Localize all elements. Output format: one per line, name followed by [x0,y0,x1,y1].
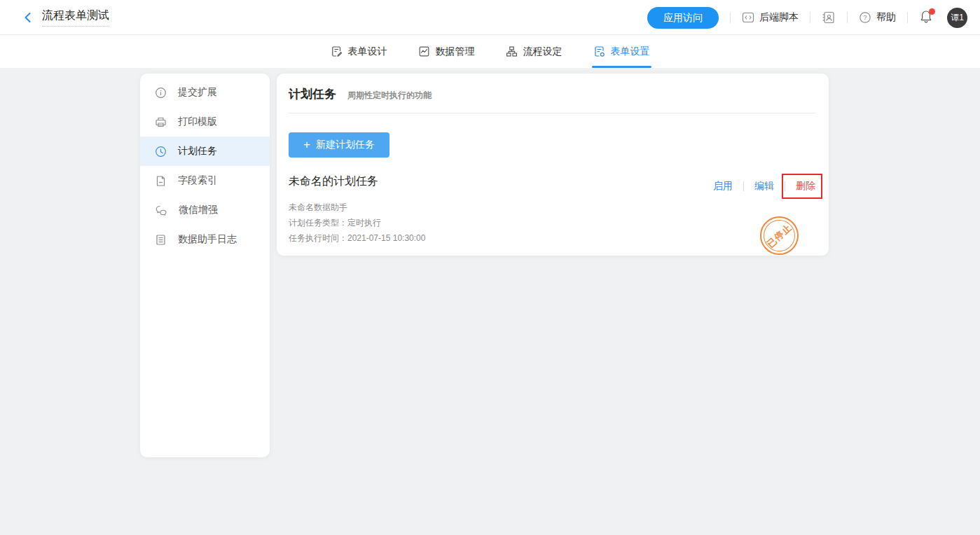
sidebar-item-data-assistant-log[interactable]: 数据助手日志 [140,225,270,254]
divider [743,181,744,191]
divider [785,181,785,191]
tab-form-design[interactable]: 表单设计 [329,35,389,68]
panel-title-row: 计划任务 周期性定时执行的功能 [289,74,815,102]
new-task-button-label: 新建计划任务 [316,139,375,151]
sidebar-item-wechat-enhance[interactable]: 微信增强 [140,195,270,225]
data-manage-icon [418,46,430,57]
sidebar-item-label: 字段索引 [178,174,217,187]
task-assistant: 未命名数据助手 [289,200,815,215]
backend-script-button[interactable]: 后端脚本 [742,11,799,24]
divider [810,12,810,23]
tab-label: 表单设置 [611,46,650,58]
wechat-icon [155,204,167,216]
plus-icon: + [303,138,310,152]
divider [289,113,815,113]
svg-text:?: ? [863,13,867,21]
code-icon [742,11,754,24]
content-area: 提交扩展 打印模版 计划任务 字段索引 [0,68,980,535]
backend-script-label: 后端脚本 [759,11,799,24]
task-type: 计划任务类型：定时执行 [289,215,815,230]
sidebar-item-label: 提交扩展 [178,86,217,99]
settings-sidebar: 提交扩展 打印模版 计划任务 字段索引 [140,74,270,457]
app-header: 流程表单测试 应用访问 后端脚本 [0,0,980,35]
sidebar-item-label: 微信增强 [179,204,218,216]
divider [907,12,908,23]
help-button[interactable]: ? 帮助 [859,11,896,24]
sidebar-item-submit-extension[interactable]: 提交扩展 [140,78,270,107]
tab-label: 数据管理 [436,46,475,58]
sidebar-item-scheduled-tasks[interactable]: 计划任务 [140,137,270,166]
page-title[interactable]: 流程表单测试 [42,8,109,27]
avatar[interactable]: 谭1 [947,8,967,28]
panel-subtitle: 周期性定时执行的功能 [347,90,432,102]
notifications-button[interactable] [919,9,934,26]
tab-form-settings[interactable]: 表单设置 [592,35,651,68]
tab-data-manage[interactable]: 数据管理 [417,35,476,68]
address-book-icon [822,11,836,25]
form-settings-icon [593,46,605,57]
flow-setting-icon [506,46,518,57]
sidebar-item-label: 打印模版 [178,116,217,128]
new-scheduled-task-button[interactable]: + 新建计划任务 [289,132,389,158]
edit-task-link[interactable]: 编辑 [754,180,774,193]
delete-task-link[interactable]: 删除 [796,180,815,191]
document-icon [155,175,167,187]
question-circle-icon: ? [859,11,871,24]
form-design-icon [331,46,343,57]
chevron-left-icon [22,12,34,23]
header-right: 应用访问 后端脚本 [647,0,967,35]
tab-flow-setting[interactable]: 流程设定 [504,35,564,68]
scheduled-tasks-panel: 计划任务 周期性定时执行的功能 + 新建计划任务 未命名的计划任务 未命名数据助… [277,74,829,256]
printer-icon [155,116,167,128]
task-details: 未命名数据助手 计划任务类型：定时执行 任务执行时间：2021-07-15 10… [289,200,815,246]
notification-badge [929,8,935,15]
delete-task-wrap: 删除 [796,180,815,193]
task-actions: 启用 编辑 删除 [713,180,815,193]
divider [847,12,848,23]
back-button[interactable] [20,9,36,26]
enable-task-link[interactable]: 启用 [713,180,733,193]
tab-label: 表单设计 [348,46,387,58]
tab-label: 流程设定 [523,46,563,58]
log-list-icon [155,234,167,246]
task-list-item: 未命名的计划任务 未命名数据助手 计划任务类型：定时执行 任务执行时间：2021… [289,174,815,246]
task-exec-time: 任务执行时间：2021-07-15 10:30:00 [289,230,815,246]
sidebar-item-label: 计划任务 [178,145,217,158]
info-circle-icon [155,87,167,99]
clock-icon [155,146,167,158]
contacts-button[interactable] [822,11,836,25]
sidebar-item-label: 数据助手日志 [178,233,237,246]
divider [730,12,731,23]
help-label: 帮助 [876,11,896,24]
sidebar-item-print-template[interactable]: 打印模版 [140,107,270,137]
form-tab-bar: 表单设计 数据管理 流程设定 表单设置 [0,35,980,68]
panel-title: 计划任务 [289,86,336,102]
sidebar-item-field-index[interactable]: 字段索引 [140,166,270,195]
app-access-button[interactable]: 应用访问 [647,7,719,29]
